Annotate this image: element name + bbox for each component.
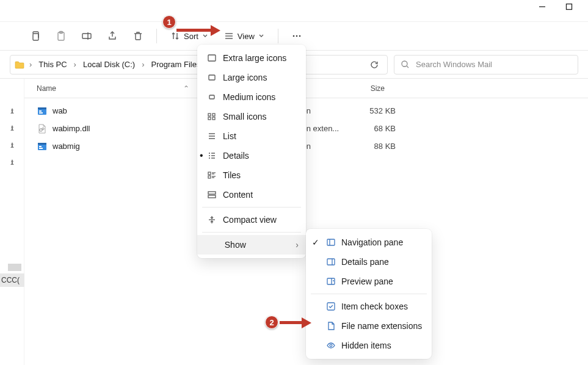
details-pane-icon [324, 257, 338, 267]
svg-rect-48 [208, 195, 216, 198]
menu-item-details-pane[interactable]: Details pane [306, 252, 432, 272]
toolbar-divider [278, 29, 278, 43]
svg-point-10 [292, 35, 294, 37]
pin-icon[interactable] [9, 142, 16, 150]
menu-separator [202, 207, 301, 208]
paste-button[interactable] [50, 25, 72, 47]
truncated-element [8, 264, 21, 271]
app-icon [37, 141, 48, 152]
copy-button[interactable] [24, 25, 46, 47]
svg-rect-57 [327, 303, 335, 310]
quick-access-rail [0, 79, 24, 365]
menu-item-file-name-extensions[interactable]: File name extensions [306, 316, 432, 336]
menu-item-tiles[interactable]: Tiles [197, 165, 306, 185]
chevron-right-icon[interactable]: › [27, 60, 34, 69]
svg-rect-47 [208, 192, 216, 194]
menu-item-item-check-boxes[interactable]: Item check boxes [306, 297, 432, 316]
sort-indicator-icon: ⌃ [183, 84, 189, 93]
pin-icon[interactable] [9, 108, 16, 115]
column-size[interactable]: Size [336, 84, 385, 93]
svg-point-13 [402, 61, 407, 67]
svg-rect-2 [33, 34, 38, 40]
more-button[interactable] [286, 25, 308, 47]
chevron-down-icon [202, 33, 208, 39]
list-icon [205, 131, 219, 141]
annotation-step-1: 1 [162, 15, 176, 29]
menu-item-medium-icons[interactable]: Medium icons [197, 87, 306, 107]
share-button[interactable] [101, 25, 123, 47]
column-name[interactable]: Name ⌃ [37, 84, 201, 93]
menu-item-hidden-items[interactable]: Hidden items [306, 336, 432, 355]
menu-item-details[interactable]: • Details [197, 146, 306, 165]
breadcrumb-item[interactable]: Local Disk (C:) [81, 60, 137, 69]
breadcrumb-item[interactable]: Program Files [149, 60, 203, 69]
menu-separator [202, 232, 301, 233]
tiles-icon [205, 170, 219, 180]
menu-item-list[interactable]: List [197, 126, 306, 146]
maximize-button[interactable] [565, 2, 573, 11]
svg-rect-29 [212, 114, 215, 116]
svg-rect-52 [327, 259, 335, 265]
refresh-button[interactable] [365, 56, 383, 74]
annotation-badge: 2 [265, 316, 278, 329]
file-row[interactable]: wabimp.dll tion exten... 68 KB [24, 120, 588, 137]
svg-rect-16 [38, 107, 46, 109]
menu-item-content[interactable]: Content [197, 185, 306, 204]
chevron-down-icon [258, 33, 264, 39]
svg-rect-25 [208, 55, 216, 61]
compact-view-icon [205, 215, 219, 225]
annotation-arrowhead-1 [211, 25, 220, 36]
pin-icon[interactable] [9, 159, 16, 167]
folder-icon [14, 59, 25, 70]
svg-point-58 [330, 344, 332, 347]
view-menu: Extra large icons Large icons Medium ico… [197, 45, 306, 258]
content-icon [205, 190, 219, 200]
view-button[interactable]: View [218, 25, 270, 47]
preview-pane-icon [324, 276, 338, 286]
file-row[interactable]: wab tion 532 KB [24, 102, 588, 120]
svg-rect-18 [39, 112, 43, 114]
checkbox-icon [324, 302, 338, 311]
menu-item-large-icons[interactable]: Large icons [197, 68, 306, 87]
svg-rect-26 [209, 75, 215, 80]
breadcrumb-item[interactable]: This PC [36, 60, 69, 69]
svg-rect-17 [39, 110, 42, 112]
menu-item-compact-view[interactable]: Compact view [197, 210, 306, 229]
svg-line-14 [407, 66, 408, 68]
annotation-arrowhead-2 [302, 317, 311, 328]
svg-rect-23 [39, 146, 42, 147]
menu-item-preview-pane[interactable]: Preview pane [306, 272, 432, 291]
menu-item-small-icons[interactable]: Small icons [197, 107, 306, 126]
annotation-arrow-2 [280, 321, 302, 324]
column-header: Name ⌃ Size [24, 79, 588, 98]
svg-rect-30 [208, 117, 211, 120]
annotation-arrow-1 [176, 29, 211, 32]
file-row[interactable]: wabmig tion 88 KB [24, 137, 588, 155]
pin-icon[interactable] [9, 125, 16, 132]
file-extensions-icon [324, 321, 338, 331]
menu-item-navigation-pane[interactable]: ✓ Navigation pane [306, 233, 432, 252]
delete-button[interactable] [127, 25, 149, 47]
chevron-right-icon[interactable]: › [72, 60, 78, 69]
search-box[interactable]: Search Windows Mail [394, 55, 578, 74]
svg-rect-1 [567, 4, 572, 10]
svg-point-11 [296, 35, 297, 37]
rename-button[interactable] [76, 25, 98, 47]
view-label: View [238, 32, 255, 41]
menu-item-extra-large-icons[interactable]: Extra large icons [197, 48, 306, 68]
file-size: 68 KB [347, 124, 396, 133]
menu-separator [311, 294, 427, 294]
annotation-step-2: 2 [265, 316, 278, 329]
svg-rect-28 [208, 114, 211, 116]
svg-rect-22 [38, 143, 46, 145]
minimize-button[interactable] [538, 2, 546, 11]
truncated-label: CCC( [0, 273, 24, 287]
extra-large-icons-icon [205, 53, 219, 63]
check-icon: ✓ [312, 237, 324, 247]
menu-item-show[interactable]: Show › [197, 235, 306, 255]
show-submenu: ✓ Navigation pane Details pane Preview p… [306, 229, 432, 359]
app-icon [37, 106, 48, 117]
toolbar-divider [156, 29, 157, 43]
selected-indicator: • [200, 150, 203, 161]
chevron-right-icon[interactable]: › [140, 60, 146, 69]
